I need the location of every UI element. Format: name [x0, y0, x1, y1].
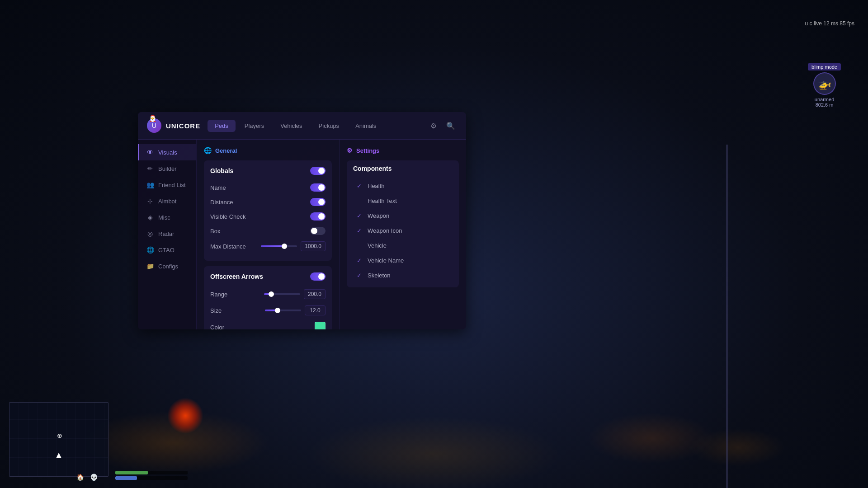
globals-card-title: Globals [210, 167, 233, 174]
components-title: Components [353, 165, 453, 172]
right-panel: ⚙ Settings Components ✓ Health ✓ Health … [340, 140, 466, 329]
range-slider-track[interactable] [264, 293, 300, 295]
nav-home-icon: 🏠 [75, 472, 85, 483]
row-range: Range 200.0 [210, 286, 326, 302]
logo-name: UNICORE [166, 122, 200, 130]
building-edge [726, 145, 728, 488]
radar-icon: ◎ [146, 230, 154, 237]
row-size: Size 12.0 [210, 302, 326, 319]
component-health-text[interactable]: ✓ Health Text [353, 193, 453, 208]
component-skeleton[interactable]: ✓ Skeleton [353, 268, 453, 283]
globals-card-header: Globals [210, 167, 326, 175]
color-swatch[interactable] [315, 322, 326, 329]
panel-tabs: Peds Players Vehicles Pickups Animals [208, 120, 420, 132]
offscreen-card-title: Offscreen Arrows [210, 273, 263, 280]
sidebar-label-configs: Configs [158, 263, 178, 270]
health-bar [115, 471, 188, 474]
configs-icon: 📁 [146, 263, 154, 270]
sidebar-label-friendlist: Friend List [158, 182, 186, 188]
minimap: ⊕ [9, 402, 108, 477]
tab-pickups[interactable]: Pickups [311, 120, 347, 132]
component-skeleton-label: Skeleton [368, 272, 391, 279]
sidebar-item-configs[interactable]: 📁 Configs [138, 258, 196, 274]
row-color: Color [210, 319, 326, 329]
aimbot-icon: ⊹ [146, 197, 154, 205]
tab-vehicles[interactable]: Vehicles [273, 120, 309, 132]
entity-name: blimp mode [808, 63, 841, 70]
settings-section-icon: ⚙ [347, 147, 353, 154]
label-max-distance: Max Distance [210, 243, 246, 250]
label-range: Range [210, 291, 227, 298]
skeleton-check-icon: ✓ [357, 272, 364, 279]
status-text: u c live 12 ms 85 fps [805, 20, 854, 27]
panel-logo: U UNICORE [147, 118, 200, 133]
entity-icon: 🚁 [813, 72, 836, 95]
size-slider-thumb [275, 308, 280, 313]
label-color: Color [210, 324, 224, 330]
row-max-distance: Max Distance 1000.0 [210, 238, 326, 254]
components-card: Components ✓ Health ✓ Health Text ✓ Weap… [347, 160, 459, 287]
entity-label: unarmed [808, 97, 841, 102]
globals-toggle[interactable] [310, 167, 326, 175]
visible-check-toggle[interactable] [310, 212, 326, 221]
sidebar-label-gtao: GTAO [158, 247, 175, 253]
tab-animals[interactable]: Animals [348, 120, 383, 132]
component-vehicle-name[interactable]: ✓ Vehicle Name [353, 253, 453, 268]
component-vehicle-name-label: Vehicle Name [368, 257, 404, 264]
weapon-check-icon: ✓ [357, 212, 364, 219]
vehicle-name-check-icon: ✓ [357, 257, 364, 264]
offscreen-arrows-card: Offscreen Arrows Range 200.0 [204, 266, 332, 329]
sidebar-item-gtao[interactable]: 🌐 GTAO [138, 242, 196, 258]
label-visible-check: Visible Check [210, 213, 246, 220]
component-health-label: Health [368, 183, 385, 189]
sidebar-item-misc[interactable]: ◈ Misc [138, 209, 196, 225]
nav-icons: 🏠 💀 [75, 472, 99, 483]
globals-card: Globals Name Distance Visible Check [204, 160, 332, 261]
distance-toggle[interactable] [310, 198, 326, 206]
general-section-icon: 🌐 [204, 147, 212, 154]
row-box: Box [210, 224, 326, 238]
offscreen-arrows-toggle[interactable] [310, 272, 326, 281]
gtao-icon: 🌐 [146, 246, 154, 253]
search-icon-button[interactable]: 🔍 [444, 119, 457, 132]
max-distance-value: 1000.0 [301, 241, 326, 251]
entity-distance: 802.6 m [808, 102, 841, 108]
range-slider-container: 200.0 [264, 289, 326, 299]
label-name: Name [210, 184, 226, 191]
component-vehicle[interactable]: ✓ Vehicle [353, 238, 453, 253]
range-slider-thumb [269, 291, 274, 297]
sidebar-item-visuals[interactable]: 👁 Visuals [138, 144, 196, 160]
nav-skull-icon: 💀 [88, 472, 99, 483]
sidebar-item-friendlist[interactable]: 👥 Friend List [138, 177, 196, 193]
label-size: Size [210, 307, 222, 314]
armor-bar [115, 476, 188, 480]
logo-icon: U [147, 118, 161, 133]
hud-entity-indicator: blimp mode 🚁 unarmed 802.6 m [808, 63, 841, 108]
row-distance: Distance [210, 195, 326, 209]
sidebar-label-radar: Radar [158, 230, 174, 237]
explosion-effect [167, 398, 203, 434]
health-text-check-icon: ✓ [357, 197, 364, 204]
box-toggle[interactable] [310, 227, 326, 235]
health-fill [115, 471, 148, 474]
sidebar-item-builder[interactable]: ✏ Builder [138, 160, 196, 177]
max-distance-slider-fill [261, 245, 284, 247]
settings-icon-button[interactable]: ⚙ [427, 119, 440, 132]
sidebar-item-aimbot[interactable]: ⊹ Aimbot [138, 193, 196, 209]
max-distance-slider-track[interactable] [261, 245, 297, 247]
friendlist-icon: 👥 [146, 181, 154, 188]
panel-header: U UNICORE Peds Players Vehicles Pickups … [138, 112, 466, 140]
range-value: 200.0 [304, 289, 326, 299]
component-weapon-icon[interactable]: ✓ Weapon Icon [353, 223, 453, 238]
tab-players[interactable]: Players [237, 120, 271, 132]
weapon-icon-check-icon: ✓ [357, 227, 364, 234]
tab-peds[interactable]: Peds [208, 120, 236, 132]
sidebar-item-radar[interactable]: ◎ Radar [138, 225, 196, 242]
component-weapon[interactable]: ✓ Weapon [353, 208, 453, 223]
max-distance-slider-thumb [282, 244, 287, 249]
center-panel: 🌐 General Globals Name Distance [197, 140, 340, 329]
name-toggle[interactable] [310, 183, 326, 192]
size-slider-track[interactable] [265, 310, 301, 311]
component-health[interactable]: ✓ Health [353, 178, 453, 193]
panel-main-content: 🌐 General Globals Name Distance [197, 140, 466, 329]
